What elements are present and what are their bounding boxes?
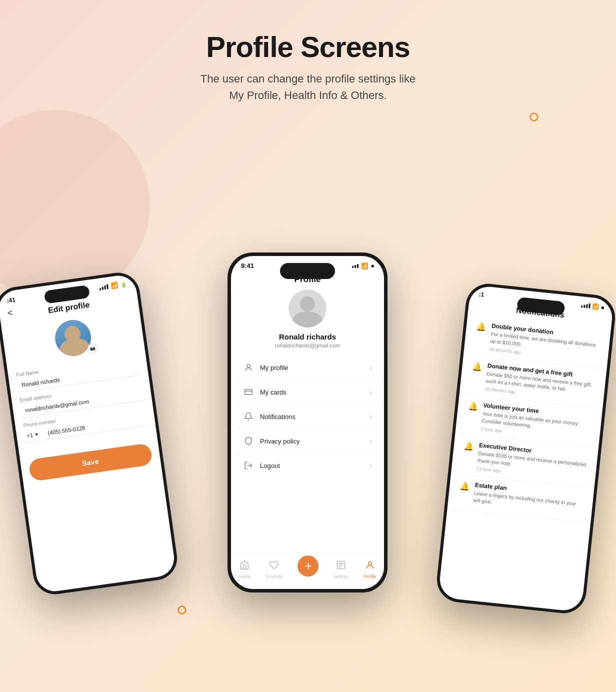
svg-point-8 bbox=[368, 562, 372, 565]
battery-icon-center: ■ bbox=[371, 263, 374, 268]
avatar-container: 📷 bbox=[10, 312, 136, 364]
wifi-icon: 📶 bbox=[110, 282, 118, 290]
notifications-list: 🔔 Double your donation For a limited tim… bbox=[448, 314, 611, 524]
bell-icon-1: 🔔 bbox=[476, 322, 487, 332]
svg-rect-1 bbox=[245, 390, 252, 395]
battery-icon: 🔋 bbox=[120, 281, 127, 288]
svg-point-0 bbox=[247, 364, 250, 368]
notif-content-5: Estate plan Leave a legacy by including … bbox=[472, 482, 584, 518]
bg-dot-1 bbox=[530, 112, 538, 122]
bottom-nav: Home Favorite + History bbox=[231, 553, 384, 589]
phone-notifications-inner: :1 📶 ■ Notifications 🔔 Double your donat… bbox=[438, 285, 614, 612]
nav-profile[interactable]: Profile bbox=[364, 560, 376, 579]
profile-nav-label: Profile bbox=[364, 574, 376, 579]
signal-bars bbox=[99, 284, 108, 290]
chevron-right-icon-2: › bbox=[370, 388, 372, 396]
nav-history[interactable]: History bbox=[334, 560, 348, 579]
bell-icon bbox=[243, 411, 254, 422]
privacy-label: Privacy policy bbox=[260, 438, 370, 445]
bell-icon-4: 🔔 bbox=[464, 441, 474, 452]
phone-edit-profile: :41 📶 🔋 < Edit profile bbox=[0, 270, 180, 597]
history-icon bbox=[336, 560, 346, 572]
country-code[interactable]: +1 ▼ bbox=[24, 428, 42, 443]
chevron-right-icon-3: › bbox=[370, 412, 372, 420]
bell-icon-3: 🔔 bbox=[468, 401, 478, 412]
phone-profile: 9:41 📶 ■ Profile Ronald richards ronaldr… bbox=[228, 252, 388, 592]
card-icon bbox=[243, 386, 254, 398]
profile-info: Ronald richards ronaldrichards@gmail.com bbox=[231, 290, 384, 356]
avatar-image bbox=[52, 318, 93, 358]
page-subtitle: The user can change the profile settings… bbox=[0, 70, 616, 104]
menu-list: My profile › My cards › Notification bbox=[231, 356, 384, 478]
status-time-left: :41 bbox=[6, 296, 16, 304]
signal-bars-right bbox=[581, 302, 590, 308]
bell-icon-2: 🔔 bbox=[472, 362, 483, 372]
shield-icon bbox=[243, 436, 254, 446]
signal-bars-center bbox=[352, 264, 358, 268]
notif-content-1: Double your donation For a limited time,… bbox=[489, 322, 600, 363]
menu-item-my-cards[interactable]: My cards › bbox=[238, 380, 377, 404]
chevron-right-icon-5: › bbox=[370, 462, 372, 470]
bg-dot-2 bbox=[178, 606, 186, 614]
menu-item-privacy[interactable]: Privacy policy › bbox=[238, 429, 377, 454]
nav-home[interactable]: Home bbox=[238, 560, 250, 579]
my-cards-label: My cards bbox=[260, 388, 370, 396]
nav-plus[interactable]: + bbox=[298, 556, 318, 584]
status-icons-center: 📶 ■ bbox=[352, 262, 374, 270]
save-button[interactable]: Save bbox=[28, 443, 153, 482]
notif-content-2: Donate now and get a free gift Donate $5… bbox=[484, 362, 596, 402]
chevron-right-icon-4: › bbox=[370, 437, 372, 445]
plus-button[interactable]: + bbox=[298, 556, 318, 576]
notif-content-3: Volunteer your time Your time is just as… bbox=[480, 402, 592, 442]
phones-container: :41 📶 🔋 < Edit profile bbox=[0, 124, 616, 598]
phone-profile-inner: 9:41 📶 ■ Profile Ronald richards ronaldr… bbox=[231, 256, 384, 589]
menu-item-my-profile[interactable]: My profile › bbox=[238, 356, 377, 380]
home-icon bbox=[240, 560, 250, 572]
wifi-icon-center: 📶 bbox=[361, 262, 368, 270]
notif-content-4: Executive Director Donate $100 or more a… bbox=[476, 442, 588, 482]
wifi-icon-right: 📶 bbox=[592, 303, 600, 310]
battery-icon-right: ■ bbox=[601, 304, 604, 310]
menu-item-notifications[interactable]: Notifications › bbox=[238, 404, 377, 429]
logout-label: Logout bbox=[260, 462, 370, 470]
page-title: Profile Screens bbox=[0, 30, 616, 64]
my-profile-label: My profile bbox=[260, 364, 370, 372]
profile-email: ronaldrichards@gmail.com bbox=[275, 342, 340, 348]
profile-nav-icon bbox=[365, 560, 375, 572]
phone-edit-profile-inner: :41 📶 🔋 < Edit profile bbox=[0, 274, 176, 594]
status-time-right: :1 bbox=[478, 290, 484, 298]
person-icon bbox=[243, 362, 254, 373]
notifications-label: Notifications bbox=[260, 413, 370, 420]
chevron-right-icon: › bbox=[370, 364, 372, 372]
favorite-label: Favorite bbox=[266, 574, 282, 579]
bell-icon-5: 🔔 bbox=[460, 481, 470, 492]
profile-name: Ronald richards bbox=[279, 332, 336, 341]
status-time-center: 9:41 bbox=[241, 262, 254, 270]
heart-icon bbox=[269, 560, 279, 572]
phone-notifications: :1 📶 ■ Notifications 🔔 Double your donat… bbox=[434, 282, 616, 616]
back-button[interactable]: < bbox=[7, 308, 14, 318]
status-icons-right: 📶 ■ bbox=[581, 302, 604, 311]
nav-favorite[interactable]: Favorite bbox=[266, 560, 282, 579]
logout-icon bbox=[243, 460, 254, 471]
page-header: Profile Screens The user can change the … bbox=[0, 0, 616, 118]
history-label: History bbox=[334, 574, 348, 579]
profile-avatar bbox=[288, 290, 326, 328]
edit-profile-screen: < Edit profile 📷 Full Name Email addr bbox=[0, 288, 161, 482]
dynamic-island-center bbox=[280, 263, 335, 279]
menu-item-logout[interactable]: Logout › bbox=[238, 454, 377, 478]
home-label: Home bbox=[238, 574, 250, 579]
